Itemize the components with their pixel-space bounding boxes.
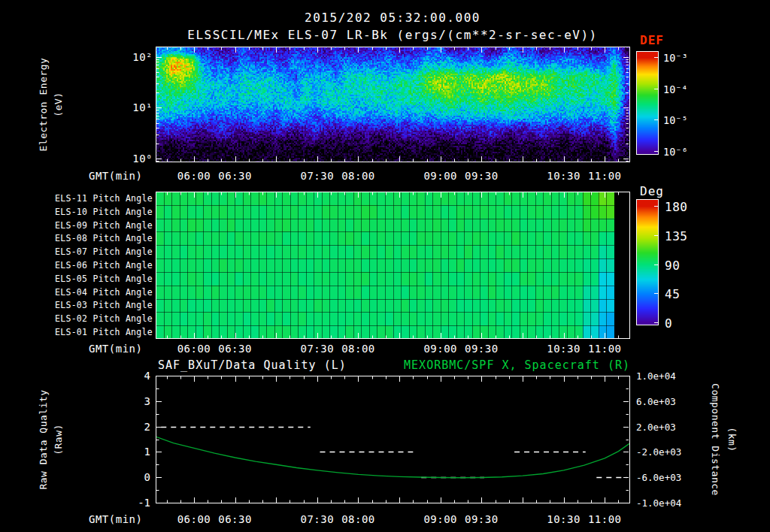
xtick-spec-10:30: 10:30 bbox=[547, 170, 581, 182]
def-cbar-tick-0: 10⁻³ bbox=[663, 52, 688, 64]
qual-ytick-left-1: 1 bbox=[144, 446, 150, 458]
qual-ytick-left-3: 3 bbox=[144, 395, 150, 407]
qual-ytick-right-5: -1.0e+04 bbox=[636, 497, 681, 509]
qual-ytick-left--1: -1 bbox=[138, 497, 150, 509]
pitch-angle-heatmap bbox=[156, 192, 630, 339]
xtick-qual-09:30: 09:30 bbox=[465, 513, 499, 525]
distance-ylabel-line2: (km) bbox=[726, 427, 738, 452]
xtick-spec-11:00: 11:00 bbox=[588, 170, 622, 182]
deg-cbar-tick-135: 135 bbox=[665, 228, 687, 243]
pitch-row-label-2: ELS-02 Pitch Angle bbox=[55, 313, 153, 324]
xtick-qual-11:00: 11:00 bbox=[588, 513, 622, 525]
xtick-spec-07:30: 07:30 bbox=[301, 170, 335, 182]
xtick-qual-08:00: 08:00 bbox=[341, 513, 375, 525]
qual-ytick-left-2: 2 bbox=[144, 421, 150, 433]
xtick-spec-06:00: 06:00 bbox=[177, 170, 211, 182]
header-datetime: 2015/202 05:32:00.000 bbox=[305, 11, 480, 25]
deg-cbar-tick-0: 0 bbox=[665, 316, 672, 330]
pitch-row-label-9: ELS-09 Pitch Angle bbox=[55, 220, 153, 231]
quality-title-left: SAF_BXuT/Data Quality (L) bbox=[158, 358, 347, 372]
xtick-spec-09:30: 09:30 bbox=[465, 170, 499, 182]
xtick-qual-07:30: 07:30 bbox=[301, 513, 335, 525]
xtick-pitch-06:00: 06:00 bbox=[177, 343, 211, 355]
deg-cbar-tick-180: 180 bbox=[665, 199, 687, 213]
qual-ytick-right-1: 6.0e+03 bbox=[636, 395, 676, 407]
xtick-pitch-07:30: 07:30 bbox=[301, 343, 335, 355]
pitch-row-label-10: ELS-10 Pitch Angle bbox=[55, 207, 153, 217]
quality-distance-plot bbox=[156, 376, 630, 503]
pitch-row-label-8: ELS-08 Pitch Angle bbox=[55, 233, 153, 243]
pitch-row-label-7: ELS-07 Pitch Angle bbox=[55, 246, 153, 257]
qual-ytick-right-4: -6.0e+03 bbox=[636, 472, 681, 483]
def-cbar-tick-3: 10⁻⁶ bbox=[663, 146, 688, 158]
qual-ytick-right-2: 2.0e+03 bbox=[636, 421, 676, 432]
gmt-label-spectrogram: GMT(min) bbox=[89, 170, 142, 182]
xtick-pitch-06:30: 06:30 bbox=[218, 343, 252, 355]
qual-ytick-left-0: 0 bbox=[144, 471, 150, 483]
xtick-pitch-10:30: 10:30 bbox=[547, 343, 581, 355]
xtick-pitch-09:30: 09:30 bbox=[465, 343, 499, 355]
qual-ytick-right-0: 1.0e+04 bbox=[636, 370, 676, 382]
deg-colorbar-title: Deg bbox=[640, 184, 664, 198]
xtick-pitch-11:00: 11:00 bbox=[588, 343, 622, 355]
quality-title-right: MEXORBMC/SPF X, Spacecraft (R) bbox=[404, 358, 630, 372]
xtick-pitch-09:00: 09:00 bbox=[423, 343, 457, 355]
gmt-label-pitch: GMT(min) bbox=[89, 343, 142, 355]
gmt-label-quality: GMT(min) bbox=[89, 513, 142, 525]
mex-els-quicklook-window: 2015/202 05:32:00.000 ELSSCIL/MEx ELS-07… bbox=[0, 0, 770, 532]
spectrogram-ylabel-line1: Electron Energy bbox=[38, 58, 49, 152]
def-cbar-tick-1: 10⁻⁴ bbox=[663, 83, 688, 95]
pitch-row-label-4: ELS-04 Pitch Angle bbox=[55, 287, 153, 298]
xtick-qual-06:00: 06:00 bbox=[177, 513, 211, 525]
distance-ylabel-line1: Component Distance bbox=[710, 383, 721, 496]
xtick-qual-10:30: 10:30 bbox=[547, 513, 581, 525]
xtick-pitch-08:00: 08:00 bbox=[341, 343, 375, 355]
spec-ytick-10²: 10² bbox=[132, 51, 153, 63]
quality-ylabel-line1: Raw Data Quality bbox=[38, 389, 49, 489]
pitch-row-label-5: ELS-05 Pitch Angle bbox=[55, 274, 153, 284]
deg-cbar-tick-45: 45 bbox=[665, 286, 680, 301]
spec-ytick-10¹: 10¹ bbox=[132, 101, 153, 113]
def-colorbar-title: DEF bbox=[640, 33, 664, 47]
xtick-spec-09:00: 09:00 bbox=[423, 170, 457, 182]
def-colorbar bbox=[636, 51, 659, 155]
spectrogram-title: ELSSCIL/MEx ELS-07 LR-Bk (ergs/(cm**2-sr… bbox=[187, 28, 598, 42]
quality-ylabel-line2: (Raw) bbox=[53, 424, 64, 455]
qual-ytick-left-4: 4 bbox=[144, 370, 150, 382]
xtick-qual-06:30: 06:30 bbox=[218, 513, 252, 525]
xtick-spec-06:30: 06:30 bbox=[218, 170, 252, 182]
pitch-row-label-3: ELS-03 Pitch Angle bbox=[55, 300, 153, 310]
spec-ytick-10⁰: 10⁰ bbox=[132, 153, 153, 165]
xtick-spec-08:00: 08:00 bbox=[341, 170, 375, 182]
deg-cbar-tick-90: 90 bbox=[665, 258, 680, 272]
xtick-qual-09:00: 09:00 bbox=[423, 513, 457, 525]
deg-colorbar bbox=[636, 199, 659, 325]
def-cbar-tick-2: 10⁻⁵ bbox=[663, 114, 688, 126]
qual-ytick-right-3: -2.0e+03 bbox=[636, 446, 681, 458]
spectrogram-heatmap bbox=[156, 47, 630, 162]
pitch-row-label-1: ELS-01 Pitch Angle bbox=[55, 327, 153, 337]
spectrogram-ylabel-line2: (eV) bbox=[53, 92, 64, 116]
pitch-row-label-11: ELS-11 Pitch Angle bbox=[55, 193, 153, 204]
pitch-row-label-6: ELS-06 Pitch Angle bbox=[55, 260, 153, 271]
